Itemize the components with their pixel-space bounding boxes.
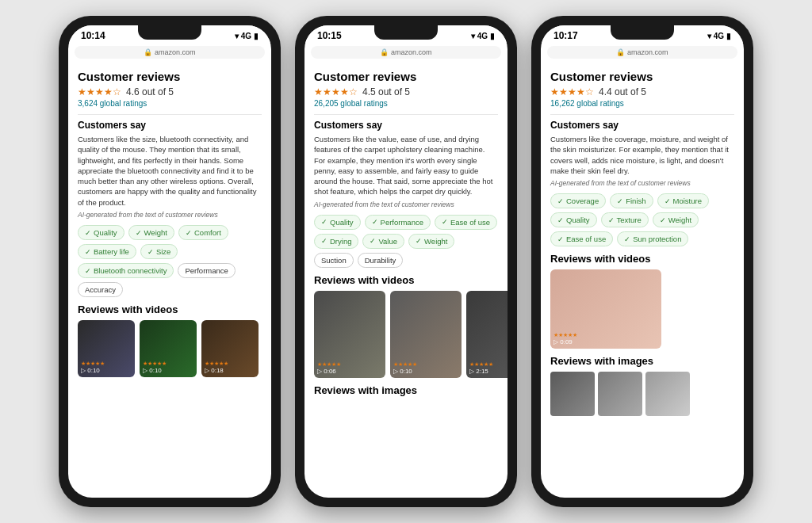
- rating-number-3: 4.4 out of 5: [599, 86, 646, 97]
- check-icon: ✓: [608, 216, 615, 224]
- rating-row-1: ★★★★☆ 4.6 out of 5: [78, 86, 262, 97]
- global-ratings-2[interactable]: 26,205 global ratings: [314, 99, 498, 108]
- video-thumb-3a[interactable]: ★★★★★ ▷ 0:09: [550, 269, 661, 349]
- tag-easeofuse-2[interactable]: ✓Ease of use: [435, 215, 497, 230]
- tag-weight-3[interactable]: ✓Weight: [653, 212, 699, 227]
- url-bar-2[interactable]: 🔒 amazon.com: [311, 46, 501, 59]
- global-ratings-3[interactable]: 16,262 global ratings: [550, 99, 734, 108]
- screen-2: 10:15 ▾ 4G ▮ 🔒 amazon.com Customer revie…: [304, 25, 508, 498]
- video-stars-3a: ★★★★★: [553, 332, 577, 338]
- video-duration-1b: ▷ 0:10: [143, 367, 167, 374]
- tag-sunprotection-3[interactable]: ✓Sun protection: [617, 231, 688, 246]
- status-icons-1: ▾ 4G ▮: [235, 32, 259, 40]
- tag-size-1[interactable]: ✓Size: [140, 244, 178, 259]
- wifi-icon-3: ▾: [707, 32, 711, 40]
- url-bar-1[interactable]: 🔒 amazon.com: [75, 46, 265, 59]
- tag-quality-3[interactable]: ✓Quality: [550, 212, 597, 227]
- video-duration-2a: ▷ 0:06: [317, 368, 341, 375]
- tag-coverage-3[interactable]: ✓Coverage: [550, 193, 606, 208]
- image-thumb-3c[interactable]: [645, 372, 690, 416]
- video-thumb-1c[interactable]: ★★★★★ ▷ 0:18: [201, 320, 259, 377]
- check-icon: ✓: [85, 267, 91, 275]
- rating-row-2: ★★★★☆ 4.5 out of 5: [314, 86, 498, 97]
- ai-generated-3: AI-generated from the text of customer r…: [550, 179, 734, 187]
- url-text-3: amazon.com: [627, 48, 668, 56]
- video-thumb-2b[interactable]: ★★★★★ ▷ 0:10: [390, 291, 462, 378]
- global-ratings-1[interactable]: 3,624 global ratings: [78, 99, 262, 108]
- screen-3: 10:17 ▾ 4G ▮ 🔒 amazon.com Customer revie…: [541, 25, 744, 498]
- video-overlay-2c: ★★★★★ ▷ 2:15: [469, 361, 493, 375]
- rating-number-1: 4.6 out of 5: [126, 86, 174, 97]
- tag-finish-3[interactable]: ✓Finish: [610, 193, 653, 208]
- screenshots-container: 10:14 ▾ 4G ▮ 🔒 amazon.com Customer revie…: [43, 0, 769, 523]
- tag-bluetooth-1[interactable]: ✓Bluetooth connectivity: [78, 263, 174, 278]
- tag-quality-2[interactable]: ✓Quality: [314, 215, 361, 230]
- tag-performance-1[interactable]: Performance: [178, 263, 235, 278]
- tag-suction-2[interactable]: Suction: [314, 253, 354, 268]
- check-icon: ✓: [416, 237, 422, 245]
- reviews-videos-title-2: Reviews with videos: [314, 274, 498, 286]
- video-stars-1b: ★★★★★: [143, 361, 167, 367]
- tag-accuracy-1[interactable]: Accuracy: [78, 282, 123, 297]
- video-overlay-2b: ★★★★★ ▷ 0:10: [393, 361, 417, 375]
- tag-battery-1[interactable]: ✓Battery life: [78, 244, 136, 259]
- phone-1: 10:14 ▾ 4G ▮ 🔒 amazon.com Customer revie…: [59, 16, 281, 507]
- signal-icon-3: 4G: [714, 32, 724, 40]
- tag-performance-2[interactable]: ✓Performance: [365, 215, 431, 230]
- video-overlay-2a: ★★★★★ ▷ 0:06: [317, 361, 341, 375]
- reviews-videos-title-1: Reviews with videos: [78, 303, 262, 315]
- stars-3: ★★★★☆: [550, 86, 594, 97]
- customers-say-text-3: Customers like the coverage, moisture, a…: [550, 134, 734, 176]
- url-text-2: amazon.com: [391, 48, 432, 56]
- video-stars-1c: ★★★★★: [205, 361, 228, 367]
- image-thumb-3a[interactable]: [550, 372, 595, 416]
- video-stars-1a: ★★★★★: [81, 361, 105, 367]
- video-thumb-1a[interactable]: ★★★★★ ▷ 0:10: [78, 320, 135, 377]
- customers-say-text-1: Customers like the size, bluetooth conne…: [78, 134, 262, 208]
- status-icons-3: ▾ 4G ▮: [707, 32, 731, 40]
- tag-durability-2[interactable]: Durability: [358, 253, 404, 268]
- rating-number-2: 4.5 out of 5: [362, 86, 410, 97]
- wifi-icon-1: ▾: [235, 32, 239, 40]
- check-icon: ✓: [372, 218, 378, 226]
- tag-quality-1[interactable]: ✓Quality: [78, 225, 124, 240]
- url-bar-3[interactable]: 🔒 amazon.com: [547, 46, 737, 59]
- video-thumb-2c[interactable]: ★★★★★ ▷ 2:15: [466, 291, 508, 378]
- video-overlay-1b: ★★★★★ ▷ 0:10: [143, 361, 167, 374]
- check-icon: ✓: [186, 229, 192, 237]
- battery-icon-3: ▮: [726, 32, 731, 40]
- video-duration-1a: ▷ 0:10: [81, 367, 105, 374]
- video-thumb-1b[interactable]: ★★★★★ ▷ 0:10: [140, 320, 197, 377]
- video-duration-3a: ▷ 0:09: [553, 338, 577, 345]
- time-2: 10:15: [317, 30, 342, 41]
- tag-easeofuse-3[interactable]: ✓Ease of use: [550, 231, 613, 246]
- tag-comfort-1[interactable]: ✓Comfort: [178, 225, 228, 240]
- tag-moisture-3[interactable]: ✓Moisture: [657, 193, 709, 208]
- check-icon: ✓: [321, 237, 327, 245]
- tags-container-3: ✓Coverage ✓Finish ✓Moisture ✓Quality ✓Te…: [550, 193, 734, 246]
- customers-say-title-3: Customers say: [550, 120, 734, 131]
- video-thumb-2a[interactable]: ★★★★★ ▷ 0:06: [314, 291, 385, 378]
- tag-texture-3[interactable]: ✓Texture: [601, 212, 649, 227]
- image-thumb-3b[interactable]: [598, 372, 642, 416]
- time-1: 10:14: [81, 30, 105, 41]
- video-thumbnails-2: ★★★★★ ▷ 0:06 ★★★★★ ▷ 0:10 ★★★★★ ▷: [314, 291, 498, 378]
- signal-icon-2: 4G: [477, 32, 488, 40]
- stars-2: ★★★★☆: [314, 86, 358, 97]
- tags-container-1: ✓Quality ✓Weight ✓Comfort ✓Battery life …: [78, 225, 262, 297]
- tag-weight-2[interactable]: ✓Weight: [408, 234, 454, 249]
- tag-weight-1[interactable]: ✓Weight: [128, 225, 174, 240]
- rating-row-3: ★★★★☆ 4.4 out of 5: [550, 86, 734, 97]
- reviews-images-title-2: Reviews with images: [314, 384, 498, 396]
- check-icon: ✓: [370, 237, 376, 245]
- phone-2: 10:15 ▾ 4G ▮ 🔒 amazon.com Customer revie…: [295, 16, 517, 507]
- tag-drying-2[interactable]: ✓Drying: [314, 234, 358, 249]
- tag-value-2[interactable]: ✓Value: [362, 234, 404, 249]
- notch-2: [374, 25, 438, 40]
- reviews-images-title-3: Reviews with images: [550, 355, 734, 367]
- video-overlay-3a: ★★★★★ ▷ 0:09: [553, 332, 577, 345]
- check-icon: ✓: [665, 197, 671, 205]
- content-1: Customer reviews ★★★★☆ 4.6 out of 5 3,62…: [68, 62, 271, 498]
- wifi-icon-2: ▾: [471, 32, 475, 40]
- battery-icon-1: ▮: [254, 32, 259, 40]
